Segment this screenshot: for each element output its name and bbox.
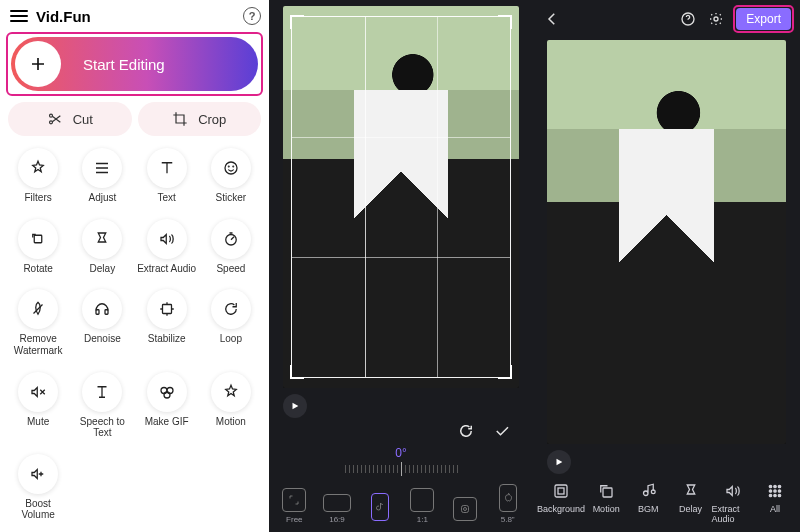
tool-rotate[interactable]: Rotate	[6, 219, 70, 282]
start-editing-button[interactable]: Start Editing	[11, 37, 258, 91]
svg-point-12	[164, 392, 170, 398]
sticker-icon	[222, 159, 240, 177]
crop-label: Crop	[198, 112, 226, 127]
crop-canvas[interactable]	[283, 6, 519, 388]
play-button[interactable]	[547, 450, 571, 474]
cut-button[interactable]: Cut	[8, 102, 132, 136]
extract-audio-icon	[158, 230, 176, 248]
export-tool-bgm[interactable]: BGM	[627, 482, 669, 524]
tool-label: Text	[157, 192, 175, 204]
crop-handle-tl[interactable]	[290, 15, 304, 29]
export-tool-label: Motion	[593, 504, 620, 514]
cut-label: Cut	[73, 112, 93, 127]
svg-rect-19	[603, 488, 612, 497]
tool-label: Motion	[216, 416, 246, 428]
reset-rotation-button[interactable]	[457, 422, 475, 444]
export-preview-canvas[interactable]	[547, 40, 786, 444]
crop-icon	[172, 111, 188, 127]
tool-label: Loop	[220, 333, 242, 345]
export-tool-label: All	[770, 504, 780, 514]
motion-icon	[222, 383, 240, 401]
tool-sticker[interactable]: Sticker	[199, 148, 263, 211]
svg-point-3	[228, 166, 229, 167]
home-header: Vid.Fun ?	[0, 0, 269, 28]
denoise-icon	[93, 300, 111, 318]
svg-point-23	[778, 485, 780, 487]
crop-handle-bl[interactable]	[290, 365, 304, 379]
ratio-1-1[interactable]: 1:1	[403, 488, 442, 524]
svg-rect-8	[105, 310, 108, 315]
tool-adjust[interactable]: Adjust	[70, 148, 134, 211]
crop-handle-br[interactable]	[498, 365, 512, 379]
svg-point-27	[769, 494, 771, 496]
export-tool-label: Background	[537, 504, 585, 514]
motion-icon	[597, 482, 615, 500]
ratio-apple[interactable]: 5.8"	[488, 484, 527, 524]
speed-icon	[222, 230, 240, 248]
loop-icon	[222, 300, 240, 318]
crop-handle-tr[interactable]	[498, 15, 512, 29]
tool-label: Filters	[25, 192, 52, 204]
svg-point-29	[778, 494, 780, 496]
ratio-tiktok[interactable]	[360, 493, 399, 524]
tool-delay[interactable]: Delay	[70, 219, 134, 282]
ratio-instagram[interactable]	[446, 497, 485, 524]
ratio-free[interactable]: Free	[275, 488, 314, 524]
back-button[interactable]	[541, 8, 563, 30]
svg-point-22	[774, 485, 776, 487]
ratio-label: Free	[286, 515, 302, 524]
crop-grid[interactable]	[291, 16, 511, 378]
adjust-icon	[93, 159, 111, 177]
svg-point-24	[769, 490, 771, 492]
all-icon	[766, 482, 784, 500]
tool-make-gif[interactable]: Make GIF	[135, 372, 199, 446]
help-icon[interactable]	[677, 8, 699, 30]
start-editing-label: Start Editing	[83, 56, 165, 73]
tool-mute[interactable]: Mute	[6, 372, 70, 446]
svg-rect-9	[162, 305, 171, 314]
export-button[interactable]: Export	[736, 8, 791, 30]
export-tool-delay[interactable]: Delay	[669, 482, 711, 524]
crop-button[interactable]: Crop	[138, 102, 262, 136]
tool-label: Mute	[27, 416, 49, 428]
tool-filters[interactable]: Filters	[6, 148, 70, 211]
ratio-label: 5.8"	[501, 515, 515, 524]
tool-label: Stabilize	[148, 333, 186, 345]
tool-speech-to-text[interactable]: Speech to Text	[70, 372, 134, 446]
tool-loop[interactable]: Loop	[199, 289, 263, 363]
filters-icon	[29, 159, 47, 177]
video-preview-image	[547, 40, 786, 444]
tool-boost-volume[interactable]: Boost Volume	[6, 454, 70, 528]
export-tool-all[interactable]: All	[754, 482, 796, 524]
crop-editor-panel: 0° Free 16:9 1:1 5.8"	[269, 0, 533, 532]
tool-text[interactable]: Text	[135, 148, 199, 211]
export-tool-background[interactable]: Background	[537, 482, 585, 524]
svg-point-16	[714, 17, 718, 21]
aspect-ratio-bar: Free 16:9 1:1 5.8"	[269, 478, 533, 532]
tool-motion[interactable]: Motion	[199, 372, 263, 446]
settings-icon[interactable]	[705, 8, 727, 30]
svg-point-14	[464, 508, 467, 511]
tool-remove-watermark[interactable]: Remove Watermark	[6, 289, 70, 363]
help-icon[interactable]: ?	[243, 7, 261, 25]
confirm-crop-button[interactable]	[493, 422, 511, 444]
make-gif-icon	[158, 383, 176, 401]
export-tool-motion[interactable]: Motion	[585, 482, 627, 524]
tool-label: Extract Audio	[137, 263, 196, 275]
export-tool-extract-audio[interactable]: Extract Audio	[712, 482, 754, 524]
svg-rect-7	[96, 310, 99, 315]
export-label: Export	[746, 12, 781, 26]
stabilize-icon	[158, 300, 176, 318]
tool-denoise[interactable]: Denoise	[70, 289, 134, 363]
rotation-ruler[interactable]	[287, 460, 515, 478]
tool-stabilize[interactable]: Stabilize	[135, 289, 199, 363]
tool-speed[interactable]: Speed	[199, 219, 263, 282]
ratio-label: 16:9	[329, 515, 345, 524]
menu-icon[interactable]	[8, 6, 30, 26]
tool-label: Boost Volume	[8, 498, 68, 521]
tool-extract-audio[interactable]: Extract Audio	[135, 219, 199, 282]
highlight-box-export: Export	[733, 5, 794, 33]
ratio-16-9[interactable]: 16:9	[318, 494, 357, 524]
svg-rect-5	[34, 235, 42, 243]
play-button[interactable]	[283, 394, 307, 418]
